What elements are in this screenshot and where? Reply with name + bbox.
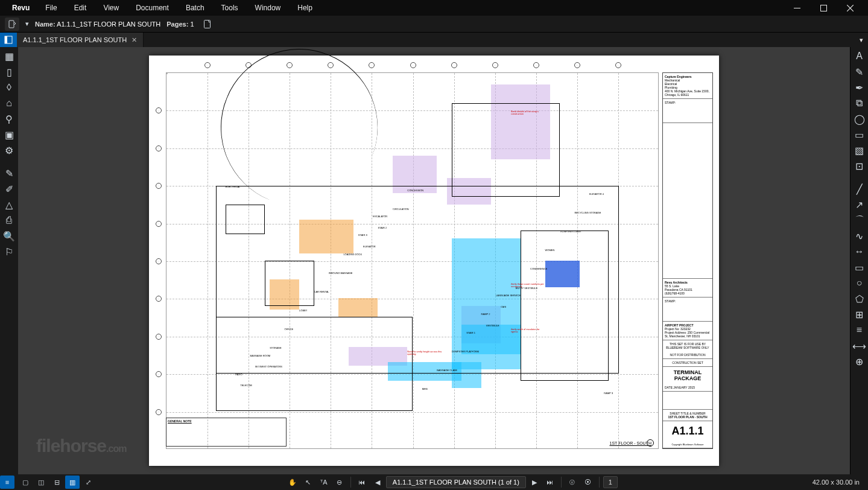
panel-toggle-icon[interactable]: ≡ — [0, 476, 14, 489]
minimize-button[interactable] — [784, 0, 810, 16]
svg-rect-5 — [5, 36, 7, 43]
dimension-icon[interactable]: ↔ — [852, 245, 867, 258]
align-icon[interactable]: ≡ — [852, 323, 867, 337]
measure-icon[interactable]: ⟷ — [852, 339, 867, 352]
tab-bar: A1.1.1_1ST FLOOR PLAN SOUTH ✕ ▾ — [0, 33, 868, 47]
menu-file[interactable]: File — [37, 4, 65, 12]
north-arrow-icon — [647, 439, 654, 447]
line-icon[interactable]: ╱ — [852, 182, 867, 196]
part-indicator[interactable]: 1 — [603, 476, 618, 488]
last-page-icon[interactable]: ⏭ — [543, 476, 557, 489]
new-page-icon[interactable] — [200, 18, 215, 31]
pen-tool-icon[interactable]: ✒ — [852, 81, 867, 94]
print-icon[interactable]: ⎙ — [1, 214, 17, 227]
cloud-icon[interactable]: ◯ — [852, 112, 867, 126]
crop-icon[interactable]: ⊡ — [852, 159, 867, 173]
svg-rect-1 — [820, 5, 826, 11]
panel-access-icon[interactable] — [0, 33, 17, 47]
highlight-tool-icon[interactable]: ✎ — [852, 65, 867, 78]
snapshot-icon[interactable]: ⧉ — [852, 97, 867, 110]
view-split-h-icon[interactable]: ⊟ — [49, 476, 64, 489]
count-icon[interactable]: ⊕ — [852, 355, 867, 368]
menu-document[interactable]: Document — [127, 4, 177, 12]
text-box-icon[interactable]: A — [852, 49, 867, 63]
polyline-icon[interactable]: ∿ — [852, 229, 867, 243]
view-fit-icon[interactable]: ⤢ — [81, 476, 95, 489]
tab-title: A1.1.1_1ST FLOOR PLAN SOUTH — [23, 36, 127, 43]
ellipse-icon[interactable]: ○ — [852, 276, 867, 290]
file-access-icon[interactable] — [5, 18, 19, 31]
general-note: GENERAL NOTE — [166, 418, 287, 447]
tab-overflow-icon[interactable]: ▾ — [855, 33, 868, 47]
layers-icon[interactable]: ◊ — [1, 81, 17, 94]
file-access-chevron-icon[interactable]: ▾ — [25, 20, 29, 28]
plan-caption: 1ST FLOOR - SOUTH — [610, 441, 652, 445]
name-field: Name: A1.1.1_1ST FLOOR PLAN SOUTH — [35, 21, 160, 28]
right-tool-rail: A✎✒⧉◯▭▧⊡╱↗⌒∿↔▭○⬠⊞≡⟷⊕ — [850, 47, 868, 474]
menu-bar: Revu File Edit View Document Batch Tools… — [0, 0, 868, 16]
tool-chest-icon[interactable]: ⌂ — [1, 97, 17, 110]
menu-help[interactable]: Help — [289, 4, 321, 12]
title-block: Capture EngineersMechanical Electrical P… — [662, 72, 713, 449]
view-split-v-icon[interactable]: ◫ — [34, 476, 48, 489]
menu-window[interactable]: Window — [247, 4, 290, 12]
flag-icon[interactable]: ⚐ — [1, 245, 17, 258]
arc-icon[interactable]: ⌒ — [852, 214, 867, 227]
document-canvas[interactable]: Capture EngineersMechanical Electrical P… — [18, 47, 850, 474]
watermark: filehorse.com — [36, 436, 126, 456]
next-view-icon[interactable]: ⦿ — [581, 476, 595, 489]
menu-view[interactable]: View — [95, 4, 127, 12]
close-button[interactable] — [837, 0, 863, 16]
svg-rect-0 — [794, 8, 800, 8]
app-name: Revu — [5, 4, 37, 12]
maximize-button[interactable] — [810, 0, 837, 16]
search-icon[interactable]: 🔍 — [1, 229, 17, 243]
pan-tool-icon[interactable]: ✋ — [285, 476, 300, 489]
document-tab[interactable]: A1.1.1_1ST FLOOR PLAN SOUTH ✕ — [17, 33, 144, 47]
places-icon[interactable]: ⚲ — [1, 112, 17, 126]
tab-close-icon[interactable]: ✕ — [131, 36, 137, 44]
status-bar: ≡ ▢ ◫ ⊟ ▥ ⤢ ✋ ↖ ᵀA ⊖ ⏮ ◀ A1.1.1_1ST FLOO… — [0, 474, 868, 490]
rectangle-icon[interactable]: ▭ — [852, 261, 867, 274]
polygon-icon[interactable]: ⬠ — [852, 292, 867, 305]
highlighter-icon[interactable]: ✐ — [1, 182, 17, 196]
pen-icon[interactable]: ✎ — [1, 167, 17, 180]
zoom-tool-icon[interactable]: ⊖ — [332, 476, 347, 489]
menu-batch[interactable]: Batch — [177, 4, 213, 12]
svg-rect-2 — [9, 21, 14, 28]
page-dimensions: 42.00 x 30.00 in — [804, 479, 868, 486]
text-select-icon[interactable]: ᵀA — [317, 476, 331, 489]
thumbnails-icon[interactable]: ▦ — [1, 49, 17, 63]
pdf-page: Capture EngineersMechanical Electrical P… — [149, 56, 719, 466]
menu-edit[interactable]: Edit — [66, 4, 95, 12]
select-tool-icon[interactable]: ↖ — [301, 476, 315, 489]
prev-view-icon[interactable]: ⦾ — [565, 476, 580, 489]
svg-rect-3 — [204, 20, 210, 28]
pages-field: Pages: 1 — [166, 21, 194, 28]
left-panel-rail: ▦▯◊⌂⚲▣⚙✎✐△⎙🔍⚐ — [0, 47, 18, 474]
document-info-bar: ▾ Name: A1.1.1_1ST FLOOR PLAN SOUTH Page… — [0, 16, 868, 33]
arrow-icon[interactable]: ↗ — [852, 198, 867, 211]
prev-page-icon[interactable]: ◀ — [370, 476, 385, 489]
view-continuous-icon[interactable]: ▥ — [65, 476, 80, 489]
group-icon[interactable]: ⊞ — [852, 308, 867, 321]
page-indicator[interactable]: A1.1.1_1ST FLOOR PLAN SOUTH (1 of 1) — [386, 476, 526, 488]
properties-icon[interactable]: ⚙ — [1, 144, 17, 157]
eraser-icon[interactable]: △ — [1, 198, 17, 211]
view-single-icon[interactable]: ▢ — [18, 476, 33, 489]
sets-icon[interactable]: ▣ — [1, 128, 17, 141]
file-icon[interactable]: ▯ — [1, 65, 17, 78]
image-icon[interactable]: ▧ — [852, 144, 867, 157]
floor-plan-drawing: 1234567891011ABCDEFGHKNeed details of th… — [166, 72, 659, 449]
first-page-icon[interactable]: ⏮ — [355, 476, 369, 489]
next-page-icon[interactable]: ▶ — [527, 476, 542, 489]
callout-icon[interactable]: ▭ — [852, 128, 867, 141]
menu-tools[interactable]: Tools — [213, 4, 247, 12]
